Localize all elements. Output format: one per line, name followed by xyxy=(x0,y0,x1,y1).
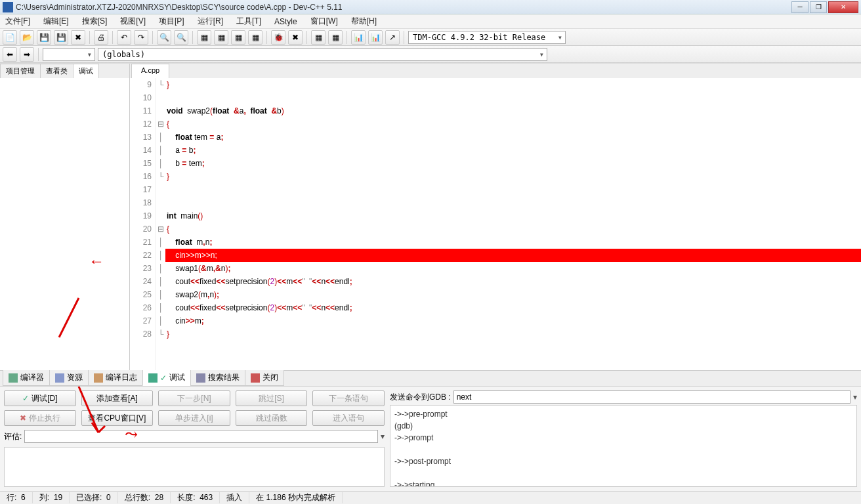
fold-gutter[interactable]: └⊟│││└⊟│││││││└ xyxy=(156,78,165,370)
gdb-output: ->->pre-prompt(gdb)->->prompt ->->post-p… xyxy=(390,405,857,487)
bottom-tab[interactable]: 编译日志 xyxy=(88,369,143,386)
line-gutter: 910111213141516171819202122232425262728 xyxy=(130,78,156,370)
close-file-icon[interactable]: ✖ xyxy=(71,30,85,45)
eval-input[interactable] xyxy=(24,430,378,443)
forward-icon[interactable]: ➡ xyxy=(20,47,34,62)
tab-icon xyxy=(55,373,64,383)
minimize-button[interactable]: ─ xyxy=(791,1,808,13)
run-icon[interactable]: ▦ xyxy=(214,30,228,45)
menu-item[interactable]: 视图[V] xyxy=(117,14,148,28)
close-button[interactable]: ✕ xyxy=(828,1,858,13)
menu-item[interactable]: 窗口[W] xyxy=(308,14,341,28)
debug-button: ✖停止执行 xyxy=(4,410,76,426)
left-tab[interactable]: 项目管理 xyxy=(0,64,41,78)
debug-button[interactable]: 查看CPU窗口[V] xyxy=(81,410,154,426)
bottom-tabs: 编译器资源编译日志✓调试搜索结果关闭 xyxy=(0,370,861,386)
undo-icon[interactable]: ↶ xyxy=(117,30,131,45)
left-panel: 项目管理查看类调试 ← xyxy=(0,64,130,370)
titlebar: C:\Users\Administrator.XTZJ-2020MNRXSY\D… xyxy=(0,0,861,14)
eval-output xyxy=(4,447,385,487)
debug-panel: ✓调试[D]添加查看[A]下一步[N]跳过[S]下一条语句 ✖停止执行查看CPU… xyxy=(0,386,861,491)
debug-button[interactable]: 添加查看[A] xyxy=(81,390,154,406)
compiler-combo[interactable]: TDM-GCC 4.9.2 32-bit Release xyxy=(408,31,566,44)
menu-item[interactable]: 编辑[E] xyxy=(41,14,72,28)
debug-button: 跳过函数 xyxy=(236,410,308,426)
rebuild-icon[interactable]: ▦ xyxy=(248,30,262,45)
source-text[interactable]: }void swap2(float &a, float &b){ float t… xyxy=(165,78,861,370)
bottom-tab[interactable]: 搜索结果 xyxy=(190,369,245,386)
tab-icon xyxy=(94,373,103,383)
replace-icon[interactable]: 🔍 xyxy=(174,30,188,45)
debug-button[interactable]: ✓调试[D] xyxy=(4,390,76,406)
menu-item[interactable]: 运行[R] xyxy=(195,14,226,28)
debug-button: 跳过[S] xyxy=(236,390,308,406)
menubar: 文件[F]编辑[E]搜索[S]视图[V]项目[P]运行[R]工具[T]AStyl… xyxy=(0,14,861,29)
debug-button: 下一步[N] xyxy=(158,390,230,406)
gdb-label: 发送命令到GDB : xyxy=(390,392,451,403)
menu-item[interactable]: 搜索[S] xyxy=(79,14,110,28)
scope-combo[interactable] xyxy=(43,48,95,61)
bottom-tab[interactable]: 编译器 xyxy=(3,369,50,386)
tab-icon xyxy=(148,373,158,383)
tab-icon xyxy=(9,373,18,383)
menu-item[interactable]: AStyle xyxy=(272,16,300,28)
print-icon[interactable]: 🖨 xyxy=(94,30,108,45)
tab-icon xyxy=(196,373,205,383)
restore-button[interactable]: ❐ xyxy=(810,1,827,13)
compile-icon[interactable]: ▦ xyxy=(197,30,211,45)
toolbar-main: 📄 📂 💾 💾 ✖ 🖨 ↶ ↷ 🔍 🔍 ▦ ▦ ▦ ▦ 🐞 ✖ ▦ ▦ 📊 📊 … xyxy=(0,29,861,46)
stop-icon[interactable]: ✖ xyxy=(288,30,303,45)
tool2-icon[interactable]: ▦ xyxy=(328,30,343,45)
globals-combo[interactable]: (globals) xyxy=(98,48,547,61)
save-icon[interactable]: 💾 xyxy=(37,30,51,45)
menu-item[interactable]: 工具[T] xyxy=(234,14,264,28)
debug-button: 单步进入[i] xyxy=(158,410,230,426)
toolbar-nav: ⬅ ➡ (globals) xyxy=(0,46,861,63)
left-tab[interactable]: 调试 xyxy=(73,64,99,78)
back-icon[interactable]: ⬅ xyxy=(3,47,17,62)
redo-icon[interactable]: ↷ xyxy=(134,30,148,45)
eval-label: 评估: xyxy=(4,431,22,442)
gdb-input[interactable] xyxy=(453,390,850,404)
compile-run-icon[interactable]: ▦ xyxy=(231,30,245,45)
app-icon xyxy=(3,2,13,12)
bottom-tab[interactable]: 资源 xyxy=(49,369,89,386)
statusbar: 行: 6 列: 19 已选择: 0 总行数: 28 长度: 463 插入 在 1… xyxy=(0,491,861,504)
goto-icon[interactable]: ↗ xyxy=(385,30,400,45)
tab-icon xyxy=(251,373,260,383)
window-title: C:\Users\Administrator.XTZJ-2020MNRXSY\D… xyxy=(16,3,791,12)
new-icon[interactable]: 📄 xyxy=(3,30,17,45)
find-icon[interactable]: 🔍 xyxy=(157,30,171,45)
open-icon[interactable]: 📂 xyxy=(20,30,34,45)
menu-item[interactable]: 文件[F] xyxy=(3,14,33,28)
saveall-icon[interactable]: 💾 xyxy=(54,30,68,45)
profile-icon[interactable]: 📊 xyxy=(351,30,366,45)
tool1-icon[interactable]: ▦ xyxy=(311,30,326,45)
left-tabs: 项目管理查看类调试 xyxy=(0,64,129,78)
menu-item[interactable]: 帮助[H] xyxy=(348,14,379,28)
debug-icon[interactable]: 🐞 xyxy=(271,30,285,45)
code-editor[interactable]: 910111213141516171819202122232425262728 … xyxy=(130,78,861,370)
chart-icon[interactable]: 📊 xyxy=(368,30,383,45)
bottom-tab[interactable]: ✓调试 xyxy=(142,369,191,386)
left-body: ← xyxy=(0,78,129,370)
debug-button: 进入语句 xyxy=(312,410,385,426)
menu-item[interactable]: 项目[P] xyxy=(156,14,187,28)
debug-button: 下一条语句 xyxy=(312,390,385,406)
editor-area: A.cpp 9101112131415161718192021222324252… xyxy=(130,64,861,370)
editor-tab[interactable]: A.cpp xyxy=(131,64,169,78)
bottom-tab[interactable]: 关闭 xyxy=(245,369,284,386)
left-tab[interactable]: 查看类 xyxy=(40,64,74,78)
